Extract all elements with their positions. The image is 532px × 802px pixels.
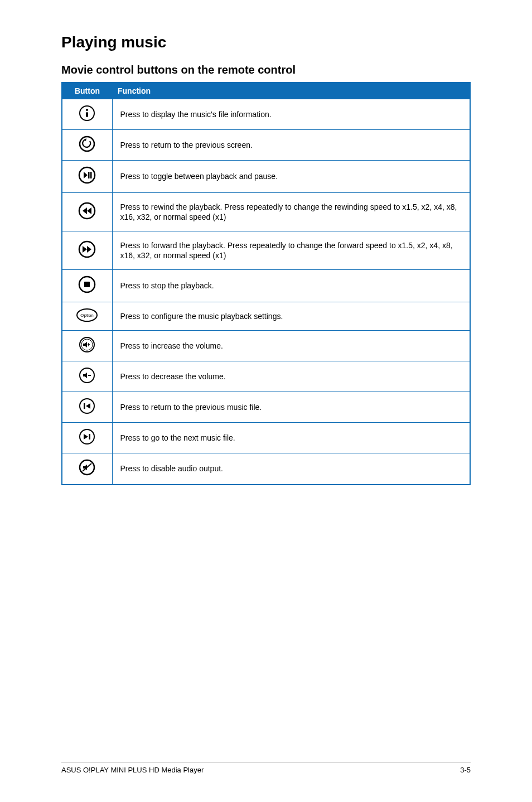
playpause-icon [78, 166, 96, 184]
volume-up-icon [79, 336, 95, 353]
mute-icon [79, 459, 95, 476]
option-icon: Option [76, 308, 98, 322]
table-row: Press to return to the previous screen. [62, 130, 470, 161]
desc: Press to increase the volume. [112, 330, 470, 361]
desc: Press to rewind the playback. Press repe… [112, 192, 470, 231]
table-row: Press to disable audio output. [62, 453, 470, 485]
buttons-table: Button Function Press to display the mus… [61, 82, 471, 485]
next-track-icon [79, 428, 95, 445]
svg-rect-17 [84, 403, 85, 409]
desc: Press to disable audio output. [112, 453, 470, 485]
desc: Press to display the music's file inform… [112, 99, 470, 130]
rewind-icon [78, 202, 96, 220]
col-header-button: Button [62, 83, 112, 99]
desc: Press to decrease the volume. [112, 361, 470, 392]
table-row: Press to rewind the playback. Press repe… [62, 192, 470, 231]
volume-down-icon [79, 367, 95, 384]
return-icon [79, 136, 95, 152]
info-icon [79, 105, 95, 122]
col-header-function: Function [112, 83, 470, 99]
table-row: Press to forward the playback. Press rep… [62, 231, 470, 269]
desc: Press to return to the previous screen. [112, 130, 470, 161]
table-row: Press to toggle between playback and pau… [62, 161, 470, 192]
page-subtitle: Movie control buttons on the remote cont… [61, 64, 471, 76]
svg-rect-2 [86, 112, 88, 117]
desc: Press to return to the previous music fi… [112, 392, 470, 423]
desc: Press to forward the playback. Press rep… [112, 231, 470, 269]
prev-track-icon [79, 398, 95, 414]
table-row: Press to display the music's file inform… [62, 99, 470, 130]
footer-left: ASUS O!PLAY MINI PLUS HD Media Player [61, 766, 204, 774]
svg-point-3 [80, 137, 94, 151]
svg-point-1 [86, 109, 88, 111]
table-row: Press to go to the next music file. [62, 423, 470, 453]
page-title: Playing music [61, 33, 471, 51]
table-row: Press to increase the volume. [62, 330, 470, 361]
svg-rect-19 [89, 434, 91, 439]
desc: Press to toggle between playback and pau… [112, 161, 470, 192]
svg-rect-5 [88, 172, 90, 178]
table-row: Press to decrease the volume. [62, 361, 470, 392]
table-row: Press to stop the playback. [62, 270, 470, 302]
forward-icon [78, 240, 96, 258]
table-row: Press to return to the previous music fi… [62, 392, 470, 423]
svg-rect-10 [84, 282, 90, 287]
desc: Press to stop the playback. [112, 270, 470, 302]
desc: Press to go to the next music file. [112, 423, 470, 453]
desc: Press to configure the music playback se… [112, 302, 470, 330]
footer: ASUS O!PLAY MINI PLUS HD Media Player 3-… [61, 762, 471, 774]
svg-rect-6 [90, 172, 92, 178]
footer-right: 3-5 [460, 766, 471, 774]
stop-icon [78, 276, 96, 293]
table-row: Option Press to configure the music play… [62, 302, 470, 330]
svg-text:Option: Option [80, 313, 94, 318]
